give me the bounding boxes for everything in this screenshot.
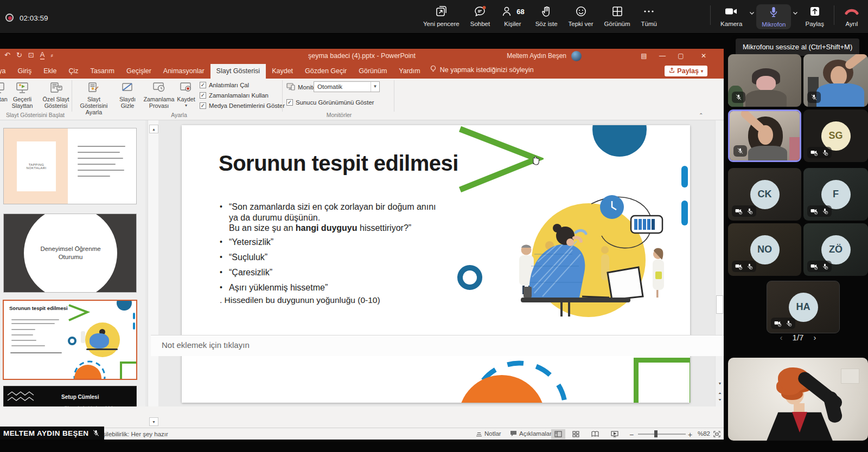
page-next-icon[interactable]: › (813, 333, 816, 342)
mic-muted-overlay (732, 92, 745, 103)
thumbnail-slide-4[interactable]: Setup Cümlesi • “Her ne kadar içimde suç… (3, 386, 137, 406)
camera-chevron-icon[interactable] (749, 9, 755, 18)
zoom-slider[interactable] (638, 434, 686, 435)
monitor-dropdown-icon[interactable]: ▼ (371, 82, 379, 92)
ppt-share-button[interactable]: Paylaş ▾ (665, 66, 707, 76)
slide-sorter-view-button[interactable] (569, 429, 583, 439)
avatar-tile-sg[interactable]: SG (803, 109, 868, 162)
minimize-icon[interactable]: — (653, 49, 672, 63)
video-tile-participant-2[interactable] (803, 54, 868, 107)
slide-scrollbar[interactable]: ▼ ⏶ ⏷ (715, 120, 724, 406)
avatar-tile-ha[interactable]: HA (767, 281, 840, 333)
notes-pane[interactable]: Not eklemek için tıklayın (151, 335, 724, 356)
camera-off-icon (735, 263, 743, 270)
record-slideshow-button[interactable]: Kaydet ▾ (175, 80, 197, 108)
slide[interactable]: Sorunun tespit edilmesi • “Son zamanlard… (182, 125, 690, 403)
qat-customize-icon[interactable]: ⸗ (50, 51, 53, 60)
slideshow-qat-icon[interactable]: ⊡ (28, 51, 34, 60)
view-button[interactable]: Görünüm (599, 4, 636, 27)
notes-toggle[interactable]: Notlar (476, 430, 501, 437)
spotlight-video-tile[interactable] (728, 358, 868, 441)
new-window-button[interactable]: Yeni pencere (418, 4, 465, 27)
slide-canvas[interactable]: Sorunun tespit edilmesi • “Son zamanlard… (158, 120, 715, 406)
ppt-share-icon (669, 67, 675, 75)
tab-gecisler[interactable]: Geçişler (120, 64, 157, 79)
react-label: Tepki ver (569, 21, 593, 27)
from-current-slide-icon (15, 80, 29, 94)
people-button[interactable]: 68 Kişiler (495, 4, 529, 27)
slideshow-view-button[interactable] (608, 429, 622, 439)
reading-view-button[interactable] (588, 429, 602, 439)
hide-slide-button[interactable]: Slaydı Gizle (114, 80, 141, 109)
scrollbar-thumb[interactable] (716, 295, 723, 314)
use-timings-checkbox[interactable]: ✓ Zamanlamaları Kullan (200, 92, 269, 99)
avatar-tile-f[interactable]: F (803, 168, 868, 221)
previous-slide-icon[interactable]: ⏶ (716, 391, 724, 396)
thumbnail-slide-1[interactable]: TAPPING NOKTALARI (3, 128, 137, 204)
tab-ciz[interactable]: Çiz (62, 64, 84, 79)
next-slide-icon[interactable]: ⏷ (716, 398, 724, 402)
share-button[interactable]: Paylaş (800, 4, 829, 27)
checkbox-icon: ✓ (200, 82, 206, 88)
tab-gorunum[interactable]: Görünüm (353, 64, 393, 79)
monitor-select[interactable]: Otomatik ▼ (314, 81, 380, 92)
tab-animasyonlar[interactable]: Animasyonlar (157, 64, 210, 79)
page-previous-icon[interactable]: ‹ (780, 333, 783, 342)
group-label-setup: Ayarla (144, 112, 214, 118)
collapse-ribbon-icon[interactable]: ⌃ (699, 112, 703, 118)
ppt-titlebar[interactable]: şeyma badeci (4).pptx - PowerPoint ↶ ↻ ⊡… (0, 49, 724, 63)
record-chevron-icon: ▾ (185, 103, 187, 108)
tab-tasarim[interactable]: Tasarım (85, 64, 120, 79)
mic-button[interactable]: Mikrofon (756, 4, 791, 29)
raise-hand-button[interactable]: Söz iste (530, 4, 563, 27)
play-narrations-checkbox[interactable]: ✓ Anlatımları Çal (200, 82, 249, 88)
camera-button[interactable]: Kamera (715, 4, 748, 27)
zoom-out-button[interactable]: − (629, 430, 634, 439)
tab-giris[interactable]: Giriş (11, 64, 37, 79)
scroll-down-icon[interactable]: ▼ (716, 382, 724, 385)
tab-ekle[interactable]: Ekle (37, 64, 62, 79)
thumbnail-slide-2[interactable]: Deneyimsel Öğrenme Oturumu (3, 214, 137, 293)
video-tile-participant-1[interactable] (728, 54, 801, 107)
avatar-tile-ck[interactable]: CK (728, 168, 801, 221)
zoom-in-button[interactable]: + (688, 430, 692, 439)
camera-off-icon (774, 320, 782, 327)
font-color-icon[interactable]: A (40, 51, 45, 60)
account-avatar[interactable] (571, 51, 582, 61)
thumb-scroll-down-icon[interactable]: ▼ (149, 417, 158, 426)
video-tile-active-speaker[interactable] (728, 109, 801, 162)
more-button[interactable]: Tümü (636, 4, 662, 27)
thumb-scroll-up-icon[interactable]: ▲ (149, 125, 158, 133)
tab-dosya[interactable]: Dosya (0, 64, 11, 79)
chat-button[interactable]: Sohbet (465, 4, 495, 27)
avatar-tile-no[interactable]: NO (728, 223, 801, 276)
tab-slayt-gosterisi[interactable]: Slayt Gösterisi (210, 64, 266, 79)
presenter-view-checkbox[interactable]: ✓ Sunucu Görünümünü Göster (286, 99, 374, 106)
undo-icon[interactable]: ↶ (4, 51, 10, 60)
leave-button[interactable]: Ayrıl (839, 4, 865, 27)
redo-icon[interactable]: ↻ (16, 51, 22, 60)
mic-chevron-icon[interactable] (792, 9, 799, 18)
setup-slideshow-button[interactable]: Slayt Gösterisini Ayarla (76, 80, 112, 115)
from-current-slide-button[interactable]: Geçerli Slayttan (7, 80, 38, 109)
blue-dash-shape (681, 166, 688, 188)
react-button[interactable]: Tepki ver (563, 4, 599, 27)
tab-yardim[interactable]: Yardım (393, 64, 426, 79)
thumbnail-scrollbar[interactable]: ▲ ▼ (148, 120, 158, 406)
thumbnail-slide-3-selected[interactable]: Sorunun tespit edilmesi (3, 300, 137, 380)
fit-slide-button[interactable] (710, 429, 724, 439)
avatar-tile-zo[interactable]: ZÖ (803, 223, 868, 276)
custom-slideshow-button[interactable]: Özel Slayt Gösterisi (40, 80, 72, 109)
from-beginning-icon (0, 80, 5, 94)
restore-icon[interactable]: ▢ (672, 49, 690, 63)
show-media-controls-checkbox[interactable]: ✓ Medya Denetimlerini Göster (200, 102, 285, 109)
rehearse-timings-button[interactable]: Zamanlama Provası (142, 80, 176, 109)
comments-toggle[interactable]: Açıklamalar (510, 430, 552, 437)
tell-me-box[interactable]: Ne yapmak istediğinizi söyleyin (426, 63, 539, 79)
tab-kaydet[interactable]: Kaydet (266, 64, 299, 79)
tab-gozden-gecir[interactable]: Gözden Geçir (299, 64, 353, 79)
zoom-slider-thumb[interactable] (654, 430, 658, 437)
normal-view-button[interactable] (551, 429, 565, 439)
ribbon-display-options-icon[interactable]: ▤ (635, 49, 653, 63)
close-icon[interactable]: ✕ (694, 49, 713, 63)
